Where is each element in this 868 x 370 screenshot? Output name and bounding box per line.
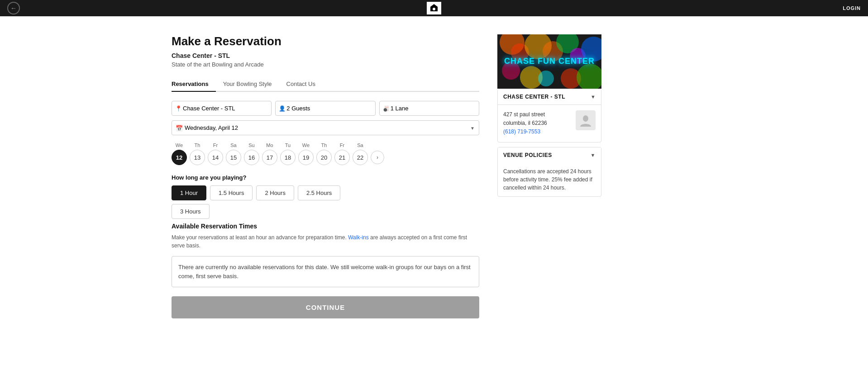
back-button[interactable]: ← [7,2,20,14]
guests-icon: 👤 [279,105,286,112]
left-panel: Make a Reservation Chase Center - STL St… [172,34,479,318]
day-label-17: Mo [266,142,273,148]
calendar-day-13[interactable]: Th 13 [190,142,205,165]
venue-image: CHASE FUN CENTER [497,34,601,89]
calendar-day-18[interactable]: Tu 18 [280,142,296,165]
day-num-21[interactable]: 21 [334,150,350,165]
venue-policies-title: VENUE POLICIES [503,152,552,158]
calendar-day-12[interactable]: We 12 [172,142,187,165]
calendar-day-16[interactable]: Su 16 [244,142,259,165]
guests-filter-wrap: 👤 2 Guests [275,101,375,116]
day-num-12[interactable]: 12 [172,150,187,165]
calendar-day-15[interactable]: Sa 15 [226,142,241,165]
day-label-15: Sa [230,142,236,148]
day-num-13[interactable]: 13 [190,150,205,165]
address-line2: columbia, il 62236 [503,119,571,128]
filter-row: 📍 Chase Center - STL 👤 2 Guests 🎳 1 Lane [172,101,479,116]
location-select[interactable]: Chase Center - STL [172,101,272,116]
duration-options-row-2: 3 Hours [172,204,479,219]
venue-image-title: CHASE FUN CENTER [504,57,595,66]
date-select[interactable]: Wednesday, April 12 [172,120,479,135]
day-num-15[interactable]: 15 [226,150,241,165]
chevron-down-icon-policies: ▼ [591,152,596,158]
calendar-icon: 📅 [176,124,183,131]
day-label-16: Su [248,142,254,148]
venue-policies-body: Cancellations are accepted 24 hours befo… [498,163,601,196]
tab-bar: Reservations Your Bowling Style Contact … [172,77,479,92]
day-num-18[interactable]: 18 [280,150,296,165]
day-label-12: We [176,142,183,148]
page-title: Make a Reservation [172,34,479,48]
venue-policies-header[interactable]: VENUE POLICIES ▼ [498,147,601,163]
day-label-20: Th [321,142,327,148]
location-filter-wrap: 📍 Chase Center - STL [172,101,272,116]
day-label-22: Sa [357,142,363,148]
day-num-16[interactable]: 16 [244,150,259,165]
login-button[interactable]: LOGIN [843,5,861,11]
duration-3h[interactable]: 3 Hours [172,204,210,219]
tab-contact[interactable]: Contact Us [279,77,323,92]
right-panel: CHASE FUN CENTER CHASE CENTER - STL ▼ 42… [497,34,601,318]
venue-info-card: CHASE CENTER - STL ▼ 427 st paul street … [497,89,601,142]
calendar-row: We 12 Th 13 Fr 14 Sa 15 Su 16 Mo 17 [172,142,479,165]
day-label-19: We [302,142,310,148]
duration-1-5h[interactable]: 1.5 Hours [210,185,253,200]
day-label-14: Fr [213,142,218,148]
day-label-18: Tu [285,142,291,148]
date-select-wrap: 📅 Wednesday, April 12 ▼ [172,120,479,135]
venue-address: 427 st paul street columbia, il 62236 (6… [503,110,571,137]
day-num-22[interactable]: 22 [353,150,368,165]
venue-info-body: 427 st paul street columbia, il 62236 (6… [498,105,601,142]
lanes-select[interactable]: 1 Lane [379,101,479,116]
calendar-day-22[interactable]: Sa 22 [353,142,368,165]
svg-point-0 [433,8,435,10]
day-num-17[interactable]: 17 [262,150,277,165]
continue-button[interactable]: CONTINUE [172,296,479,318]
available-note: Make your reservations at least an hour … [172,233,479,250]
guests-select[interactable]: 2 Guests [275,101,375,116]
lanes-filter-wrap: 🎳 1 Lane [379,101,479,116]
calendar-day-21[interactable]: Fr 21 [334,142,350,165]
duration-1h[interactable]: 1 Hour [172,185,206,200]
nav-logo [427,2,441,14]
walkins-link[interactable]: Walk-ins [348,234,369,241]
day-label-13: Th [195,142,200,148]
calendar-day-20[interactable]: Th 20 [316,142,332,165]
venue-name: Chase Center - STL [172,52,479,59]
calendar-next-button[interactable]: › [371,151,384,164]
day-num-20[interactable]: 20 [316,150,332,165]
logo-icon [427,2,441,14]
tab-reservations[interactable]: Reservations [172,77,216,92]
pin-icon: 📍 [175,105,182,112]
day-num-19[interactable]: 19 [298,150,314,165]
day-num-14[interactable]: 14 [208,150,223,165]
available-note-plain: Make your reservations at least an hour … [172,234,348,241]
venue-policies-section: VENUE POLICIES ▼ Cancellations are accep… [497,147,601,197]
main-content: Make a Reservation Chase Center - STL St… [162,16,706,337]
address-line1: 427 st paul street [503,110,571,119]
tab-bowling-style[interactable]: Your Bowling Style [216,77,279,92]
lanes-icon: 🎳 [383,105,390,112]
no-reservations-box: There are currently no available reserva… [172,256,479,287]
duration-options-row: 1 Hour 1.5 Hours 2 Hours 2.5 Hours [172,185,479,200]
day-label-21: Fr [340,142,344,148]
venue-phone[interactable]: (618) 719-7553 [503,128,540,135]
venue-info-header[interactable]: CHASE CENTER - STL ▼ [498,89,601,105]
svg-point-1 [583,115,588,122]
calendar-day-19[interactable]: We 19 [298,142,314,165]
duration-2h[interactable]: 2 Hours [256,185,294,200]
chevron-down-icon: ▼ [591,94,596,100]
duration-label: How long are you playing? [172,174,479,181]
venue-description: State of the art Bowling and Arcade [172,61,479,68]
top-navigation: ← LOGIN [0,0,868,16]
available-times-title: Available Reservation Times [172,223,479,230]
venue-info-header-name: CHASE CENTER - STL [503,94,565,100]
avatar [576,110,596,130]
calendar-day-17[interactable]: Mo 17 [262,142,277,165]
calendar-day-14[interactable]: Fr 14 [208,142,223,165]
duration-2-5h[interactable]: 2.5 Hours [298,185,340,200]
